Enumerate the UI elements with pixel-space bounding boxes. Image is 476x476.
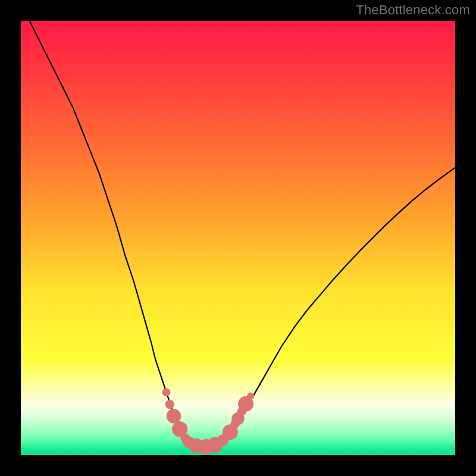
- valley-marker: [165, 400, 174, 409]
- chart-frame: TheBottleneck.com: [0, 0, 476, 476]
- valley-marker: [162, 388, 171, 396]
- gradient-background: [21, 21, 455, 455]
- plot-area: [21, 21, 455, 455]
- attribution-label: TheBottleneck.com: [356, 2, 470, 18]
- valley-marker: [247, 393, 254, 400]
- bottleneck-chart-svg: [21, 21, 455, 455]
- valley-marker: [167, 409, 181, 424]
